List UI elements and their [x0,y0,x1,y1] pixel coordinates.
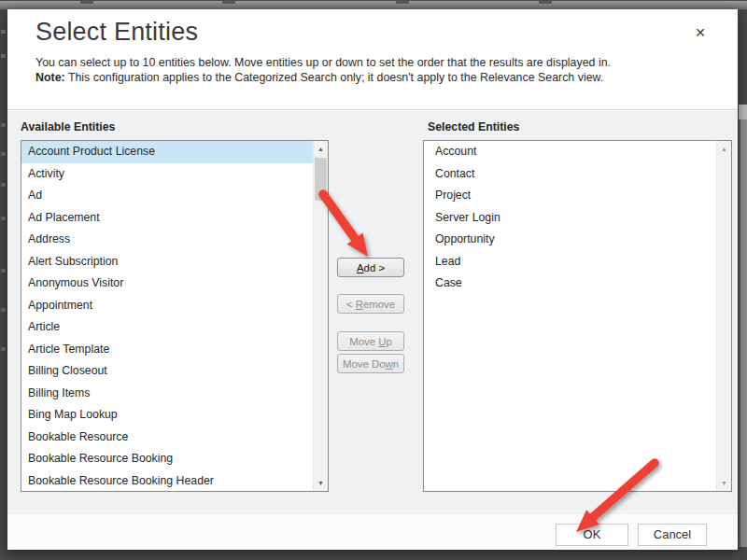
dimmed-fragment [396,1,409,4]
scroll-down-icon[interactable]: ▼ [717,476,731,490]
note-text: This configuration applies to the Catego… [65,71,604,84]
dimmed-page-scrollbar [739,119,747,547]
list-item[interactable]: Case [424,273,716,295]
scroll-up-icon[interactable]: ▲ [314,142,328,156]
selected-scrollbar[interactable]: ▲ ▼ [716,141,731,491]
selected-entities-list[interactable]: AccountContactProjectServer LoginOpportu… [424,141,716,491]
list-item[interactable]: Bing Map Lookup [21,404,313,427]
close-icon: × [695,22,705,42]
dimmed-fragment [1,123,6,127]
dialog-header: Select Entities × You can select up to 1… [7,9,738,110]
list-item[interactable]: Article Template [21,339,313,361]
list-item[interactable]: Ad Placement [21,207,313,230]
dimmed-fragment [1,54,6,58]
move-up-button[interactable]: Move Up [337,331,404,351]
list-item[interactable]: Lead [424,251,716,273]
select-entities-dialog: Select Entities × You can select up to 1… [7,9,738,550]
list-item[interactable]: Bookable Resource Booking [21,448,313,470]
list-item[interactable]: Anonymous Visitor [21,273,313,295]
dimmed-fragment [1,152,6,156]
add-button[interactable]: Add > [337,258,404,277]
list-item[interactable]: Opportunity [424,229,716,251]
list-item[interactable]: Billing Items [21,383,313,405]
dimmed-fragment [1,217,6,220]
description-line: You can select up to 10 entities below. … [35,55,708,70]
selected-entities-label: Selected Entities [428,120,519,133]
list-item[interactable]: Ad [21,185,313,207]
list-item[interactable]: Activity [21,163,313,186]
available-entities-label: Available Entities [21,120,115,133]
list-item[interactable]: Alert Subscription [21,251,313,273]
dimmed-background-fragment [739,105,747,119]
dimmed-fragment [539,1,552,4]
dimmed-fragment [1,308,6,312]
list-item[interactable]: Contact [424,163,716,186]
dimmed-fragment [1,183,6,187]
available-entities-listbox[interactable]: Account Product LicenseActivityAdAd Plac… [21,140,329,492]
dimmed-fragment [80,1,93,4]
list-item[interactable]: Bookable Resource [21,427,313,449]
remove-button[interactable]: < Remove [337,294,404,314]
scrollbar-thumb[interactable] [315,158,327,201]
list-item[interactable]: Account [424,141,716,163]
ok-button[interactable]: OK [556,524,628,546]
dimmed-fragment [1,269,6,273]
list-item[interactable]: Bookable Resource Booking Header [21,470,313,492]
list-item[interactable]: Billing Closeout [21,360,313,383]
note-label: Note: [35,71,65,84]
list-item[interactable]: Address [21,229,313,251]
scroll-up-icon[interactable]: ▲ [717,142,731,156]
dimmed-background-top [0,0,747,9]
close-button[interactable]: × [689,21,712,44]
list-item[interactable]: Project [424,185,716,207]
selected-entities-listbox[interactable]: AccountContactProjectServer LoginOpportu… [423,140,732,492]
dimmed-fragment [1,347,6,351]
move-down-button[interactable]: Move Down [337,354,404,373]
dialog-description: You can select up to 10 entities below. … [35,55,708,85]
page-title: Select Entities [35,18,198,47]
available-scrollbar[interactable]: ▲ ▼ [313,141,328,491]
list-item[interactable]: Appointment [21,295,313,317]
note-line: Note: This configuration applies to the … [35,70,708,85]
dimmed-fragment [1,30,6,34]
list-item[interactable]: Server Login [424,207,716,230]
scroll-down-icon[interactable]: ▼ [314,476,328,490]
list-item[interactable]: Account Product License [21,141,313,163]
available-entities-list[interactable]: Account Product LicenseActivityAdAd Plac… [21,141,313,491]
cancel-button[interactable]: Cancel [638,524,707,546]
dimmed-fragment [222,1,235,4]
list-item[interactable]: Article [21,316,313,339]
